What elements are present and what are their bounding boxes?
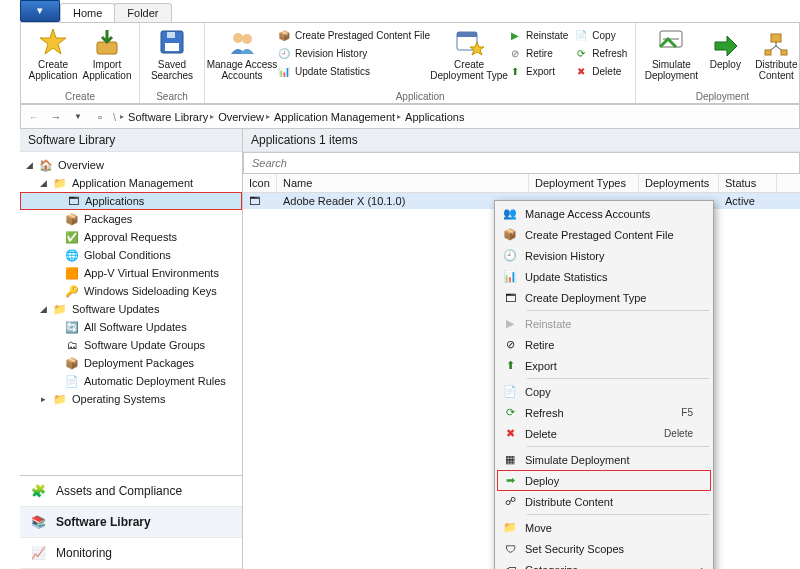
ctx-distribute[interactable]: ☍Distribute Content bbox=[497, 491, 711, 512]
ctx-simulate[interactable]: ▦Simulate Deployment bbox=[497, 449, 711, 470]
update-icon: 🔄 bbox=[64, 319, 80, 335]
crumb-root[interactable]: ▸ bbox=[120, 112, 124, 121]
crumb-applications[interactable]: Applications bbox=[405, 111, 464, 123]
node-applications[interactable]: 🗔Applications bbox=[20, 192, 242, 210]
search-box[interactable] bbox=[243, 152, 800, 174]
node-all-updates[interactable]: 🔄All Software Updates bbox=[20, 318, 242, 336]
svg-rect-13 bbox=[781, 50, 787, 55]
svg-marker-0 bbox=[40, 29, 66, 54]
folder-icon: 📁 bbox=[52, 391, 68, 407]
tab-folder[interactable]: Folder bbox=[114, 3, 171, 22]
box-icon: 📦 bbox=[277, 28, 291, 42]
distribute-content-button[interactable]: Distribute Content bbox=[750, 25, 800, 83]
col-icon[interactable]: Icon bbox=[243, 174, 277, 192]
ctx-export[interactable]: ⬆Export bbox=[497, 355, 711, 376]
ctx-retire[interactable]: ⊘Retire bbox=[497, 334, 711, 355]
ctx-refresh[interactable]: ⟳RefreshF5 bbox=[497, 402, 711, 423]
node-globals[interactable]: 🌐Global Conditions bbox=[20, 246, 242, 264]
folder-icon: 📁 bbox=[52, 301, 68, 317]
distribute-icon: ☍ bbox=[501, 493, 519, 511]
search-input[interactable] bbox=[244, 153, 799, 173]
col-status[interactable]: Status bbox=[719, 174, 777, 192]
simulate-icon bbox=[656, 27, 686, 57]
window-star-icon bbox=[454, 27, 484, 57]
svg-point-6 bbox=[242, 34, 252, 44]
deploy-button[interactable]: Deploy bbox=[702, 25, 748, 72]
ctx-copy[interactable]: 📄Copy bbox=[497, 381, 711, 402]
ctx-manage-access[interactable]: 👥Manage Access Accounts bbox=[497, 203, 711, 224]
square-icon: ▫ bbox=[91, 108, 109, 126]
import-application-button[interactable]: Import Application bbox=[81, 25, 133, 83]
col-name[interactable]: Name bbox=[277, 174, 529, 192]
svg-point-5 bbox=[233, 33, 243, 43]
svg-rect-12 bbox=[765, 50, 771, 55]
manage-access-accounts-button[interactable]: Manage Access Accounts bbox=[211, 25, 273, 83]
crumb-overview[interactable]: Overview▸ bbox=[218, 111, 270, 123]
create-deployment-type-button[interactable]: Create Deployment Type bbox=[434, 25, 504, 83]
play-icon: ▶ bbox=[501, 315, 519, 333]
ctx-reinstate: ▶Reinstate bbox=[497, 313, 711, 334]
svg-rect-8 bbox=[457, 32, 477, 37]
dropdown-button[interactable]: ▼ bbox=[69, 108, 87, 126]
ctx-create-dt[interactable]: 🗔Create Deployment Type bbox=[497, 287, 711, 308]
nav-pane-title: Software Library bbox=[20, 129, 242, 152]
save-icon bbox=[157, 27, 187, 57]
history-icon: 🕘 bbox=[277, 46, 291, 60]
create-application-button[interactable]: Create Application bbox=[27, 25, 79, 83]
key-icon: 🔑 bbox=[64, 283, 80, 299]
node-approval[interactable]: ✅Approval Requests bbox=[20, 228, 242, 246]
simulate-icon: ▦ bbox=[501, 451, 519, 469]
delete-button[interactable]: ✖Delete bbox=[572, 63, 629, 79]
ctx-prestaged[interactable]: 📦Create Prestaged Content File bbox=[497, 224, 711, 245]
crumb-app-mgmt[interactable]: Application Management▸ bbox=[274, 111, 401, 123]
node-os[interactable]: ▸📁Operating Systems bbox=[20, 390, 242, 408]
refresh-icon: ⟳ bbox=[501, 404, 519, 422]
stats-icon: 📊 bbox=[501, 268, 519, 286]
node-app-mgmt[interactable]: ◢📁Application Management bbox=[20, 174, 242, 192]
node-overview[interactable]: ◢🏠Overview bbox=[20, 156, 242, 174]
node-updates[interactable]: ◢📁Software Updates bbox=[20, 300, 242, 318]
retire-icon: ⊘ bbox=[501, 336, 519, 354]
forward-button[interactable]: → bbox=[47, 108, 65, 126]
node-sideload[interactable]: 🔑Windows Sideloading Keys bbox=[20, 282, 242, 300]
create-prestaged-button[interactable]: 📦Create Prestaged Content File bbox=[275, 27, 432, 43]
ctx-update-stats[interactable]: 📊Update Statistics bbox=[497, 266, 711, 287]
ctx-deploy[interactable]: ➡Deploy bbox=[497, 470, 711, 491]
workspace-monitoring[interactable]: 📈Monitoring bbox=[20, 538, 242, 569]
tab-home[interactable]: Home bbox=[60, 3, 115, 22]
export-button[interactable]: ⬆Export bbox=[506, 63, 570, 79]
workspace-assets[interactable]: 🧩Assets and Compliance bbox=[20, 476, 242, 507]
users-icon bbox=[227, 27, 257, 57]
ribbon-group-search: Saved Searches Search bbox=[140, 23, 205, 103]
deploy-icon: ➡ bbox=[501, 472, 519, 490]
node-packages[interactable]: 📦Packages bbox=[20, 210, 242, 228]
assets-icon: 🧩 bbox=[28, 481, 48, 501]
update-statistics-button[interactable]: 📊Update Statistics bbox=[275, 63, 432, 79]
app-menu-button[interactable]: ▾ bbox=[20, 0, 60, 22]
ctx-scopes[interactable]: 🛡Set Security Scopes bbox=[497, 538, 711, 559]
crumb-software-library[interactable]: Software Library▸ bbox=[128, 111, 214, 123]
play-icon: ▶ bbox=[508, 28, 522, 42]
copy-button[interactable]: 📄Copy bbox=[572, 27, 629, 43]
retire-button[interactable]: ⊘Retire bbox=[506, 45, 570, 61]
refresh-button[interactable]: ⟳Refresh bbox=[572, 45, 629, 61]
revision-history-button[interactable]: 🕘Revision History bbox=[275, 45, 432, 61]
node-sug[interactable]: 🗂Software Update Groups bbox=[20, 336, 242, 354]
ctx-delete[interactable]: ✖DeleteDelete bbox=[497, 423, 711, 444]
ctx-move[interactable]: 📁Move bbox=[497, 517, 711, 538]
reinstate-button[interactable]: ▶Reinstate bbox=[506, 27, 570, 43]
workspace-library[interactable]: 📚Software Library bbox=[20, 507, 242, 538]
back-button[interactable]: ← bbox=[25, 108, 43, 126]
svg-rect-3 bbox=[165, 43, 179, 51]
col-dt[interactable]: Deployment Types bbox=[529, 174, 639, 192]
simulate-deployment-button[interactable]: Simulate Deployment bbox=[642, 25, 700, 83]
group-label: Application bbox=[396, 90, 445, 103]
node-dep-pkg[interactable]: 📦Deployment Packages bbox=[20, 354, 242, 372]
box-icon: 📦 bbox=[501, 226, 519, 244]
node-adr[interactable]: 📄Automatic Deployment Rules bbox=[20, 372, 242, 390]
ctx-categorize[interactable]: 🏷Categorize▸ bbox=[497, 559, 711, 569]
saved-searches-button[interactable]: Saved Searches bbox=[146, 25, 198, 83]
node-appv[interactable]: 🟧App-V Virtual Environments bbox=[20, 264, 242, 282]
ctx-revision[interactable]: 🕘Revision History bbox=[497, 245, 711, 266]
col-dep[interactable]: Deployments bbox=[639, 174, 719, 192]
